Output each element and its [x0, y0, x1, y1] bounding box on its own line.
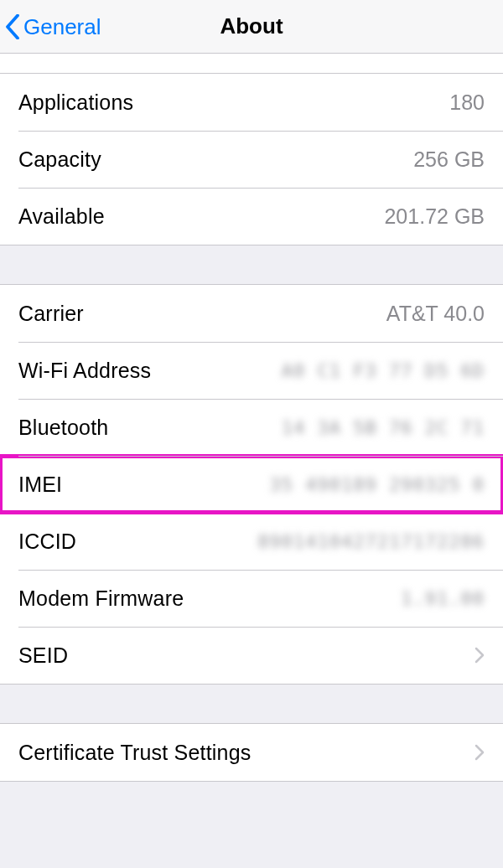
row-value: 35 490189 290325 0 [270, 474, 485, 495]
row-label: Capacity [18, 147, 101, 172]
row-value: 1.91.00 [401, 588, 485, 609]
row-carrier: CarrierAT&T 40.0 [0, 285, 503, 342]
row-right [464, 744, 485, 761]
row-right: 201.72 GB [384, 204, 485, 229]
section-network: CarrierAT&T 40.0Wi-Fi AddressA0 C1 F3 77… [0, 284, 503, 685]
row-right: 35 490189 290325 0 [270, 474, 485, 495]
row-bluetooth: Bluetooth14 3A 5B 76 2C 71 [0, 399, 503, 456]
row-right [464, 647, 485, 664]
row-right: A0 C1 F3 77 D5 6D [282, 360, 485, 381]
row-label: SEID [18, 643, 68, 668]
row-label: Wi-Fi Address [18, 359, 151, 383]
back-button[interactable]: General [5, 0, 101, 54]
row-label: Carrier [18, 302, 84, 326]
row-seid[interactable]: SEID [0, 627, 503, 684]
row-value: A0 C1 F3 77 D5 6D [282, 360, 485, 381]
page-title: About [220, 13, 283, 39]
row-value: 14 3A 5B 76 2C 71 [282, 417, 485, 438]
row-right: 180 [449, 90, 485, 115]
row-value: 180 [449, 90, 485, 115]
row-modem-firmware: Modem Firmware1.91.00 [0, 570, 503, 627]
chevron-right-icon [474, 744, 485, 761]
row-label: Modem Firmware [18, 586, 184, 611]
row-certificate-trust-settings[interactable]: Certificate Trust Settings [0, 724, 503, 781]
chevron-right-icon [474, 647, 485, 664]
row-value: 201.72 GB [384, 204, 485, 229]
row-value: AT&T 40.0 [386, 302, 485, 326]
partial-row-peek [0, 54, 503, 74]
row-wi-fi-address: Wi-Fi AddressA0 C1 F3 77 D5 6D [0, 342, 503, 399]
row-label: Bluetooth [18, 416, 108, 440]
row-label: Applications [18, 90, 133, 115]
row-label: IMEI [18, 473, 62, 497]
navbar: General About [0, 0, 503, 54]
row-label: ICCID [18, 530, 76, 554]
row-right: 14 3A 5B 76 2C 71 [282, 417, 485, 438]
row-value: 256 GB [413, 147, 485, 172]
row-applications: Applications180 [0, 74, 503, 131]
row-right: AT&T 40.0 [386, 302, 485, 326]
row-right: 8901410427217172286 [257, 531, 485, 552]
section-certificates: Certificate Trust Settings [0, 723, 503, 782]
row-iccid: ICCID8901410427217172286 [0, 513, 503, 570]
back-label: General [23, 14, 101, 40]
row-available: Available201.72 GB [0, 188, 503, 245]
row-label: Available [18, 204, 105, 229]
row-capacity: Capacity256 GB [0, 131, 503, 188]
row-right: 1.91.00 [401, 588, 485, 609]
section-storage: Applications180Capacity256 GBAvailable20… [0, 74, 503, 245]
row-label: Certificate Trust Settings [18, 741, 252, 765]
row-imei: IMEI35 490189 290325 0 [0, 456, 503, 513]
chevron-left-icon [5, 14, 20, 39]
row-value: 8901410427217172286 [257, 531, 485, 552]
row-right: 256 GB [413, 147, 485, 172]
